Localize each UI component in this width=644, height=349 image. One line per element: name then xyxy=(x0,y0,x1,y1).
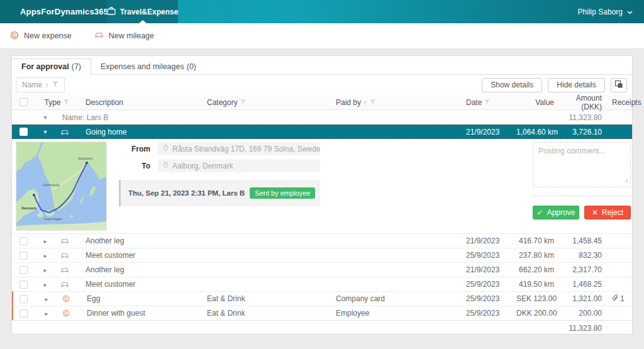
select-all-checkbox[interactable] xyxy=(19,98,28,106)
chevron-down-icon xyxy=(627,8,633,16)
group-row-lars-b[interactable]: ▾ Name: Lars B 11,323.80 xyxy=(12,110,632,125)
mileage-car-icon xyxy=(53,238,76,244)
row-checkbox[interactable] xyxy=(19,266,28,274)
caret-right-icon[interactable]: ▸ xyxy=(37,267,53,274)
column-amount-label: Amount (DKK) xyxy=(554,94,602,111)
column-date[interactable]: Date xyxy=(466,98,516,107)
svg-text:Gothenburg: Gothenburg xyxy=(43,183,60,187)
copy-icon xyxy=(614,80,623,91)
table-row-another-leg-1[interactable]: ▸ Another leg 21/9/2023 416.70 km 1,458.… xyxy=(12,233,632,248)
posting-comment-input[interactable] xyxy=(533,142,631,187)
row-checkbox[interactable] xyxy=(19,128,28,136)
detail-buttons: Show details Hide details xyxy=(482,78,627,92)
row-paid-by: Employee xyxy=(336,309,466,318)
column-receipts[interactable]: Receipts xyxy=(602,98,632,107)
row-value: 237.80 km xyxy=(516,251,554,260)
row-checkbox[interactable] xyxy=(19,237,28,245)
row-receipts[interactable]: 1 xyxy=(602,294,632,303)
table-row-another-leg-2[interactable]: ▸ Another leg 21/9/2023 662.20 km 2,317.… xyxy=(12,262,632,277)
row-checkbox[interactable] xyxy=(19,309,28,318)
row-checkbox[interactable] xyxy=(19,252,28,260)
new-expense-label: New expense xyxy=(24,31,72,40)
table-row-dinner-with-guest[interactable]: ▸ Dinner with guest Eat & Drink Employee… xyxy=(12,306,632,320)
tab-for-approval[interactable]: For approval (7) xyxy=(11,58,91,75)
from-input[interactable]: Råsta Strandväg 17D, 169 79 Solna, Swede… xyxy=(158,142,320,155)
row-amount: 1,321.00 xyxy=(554,294,602,303)
caret-right-icon[interactable]: ▸ xyxy=(37,281,53,288)
funnel-icon[interactable] xyxy=(484,98,490,107)
approval-actions: ✓ Approve ✕ Reject xyxy=(533,139,631,233)
row-value: 416.70 km xyxy=(516,236,554,245)
column-paid-by-label: Paid by xyxy=(336,98,361,107)
row-description: Another leg xyxy=(76,265,207,274)
expense-coin-icon xyxy=(10,31,19,42)
row-paid-by: Company card xyxy=(336,294,466,303)
column-paid-by[interactable]: Paid by ↑ xyxy=(336,98,466,107)
export-copy-button[interactable] xyxy=(611,78,627,92)
funnel-icon xyxy=(52,80,58,89)
tab-for-approval-label: For approval xyxy=(21,62,69,71)
hide-details-button[interactable]: Hide details xyxy=(548,78,605,92)
funnel-icon[interactable] xyxy=(370,98,375,107)
table-row-going-home-selected[interactable]: ▾ Going home 21/9/2023 1,064.60 km 3,726… xyxy=(12,125,632,139)
approve-button[interactable]: ✓ Approve xyxy=(533,206,579,219)
row-date: 25/9/2023 xyxy=(466,309,516,318)
name-sort-filter-chip[interactable]: Name ↑ xyxy=(16,77,65,92)
comment-meta: Thu, Sep 21, 2023 2:31 PM, Lars B xyxy=(128,189,245,197)
row-amount: 2,317.70 xyxy=(554,265,602,274)
approval-card: For approval (7) Expenses and mileages (… xyxy=(11,55,633,335)
row-description: Going home xyxy=(76,128,207,136)
divider xyxy=(533,196,631,196)
app-brand[interactable]: AppsForDynamics365 xyxy=(0,0,107,23)
caret-right-icon[interactable]: ▸ xyxy=(38,310,55,317)
funnel-icon[interactable] xyxy=(64,98,69,107)
row-checkbox[interactable] xyxy=(19,280,28,289)
row-value: SEK 123.00 xyxy=(516,294,554,303)
nav-tab-label: Travel&Expense xyxy=(120,8,179,16)
row-value: 1,064.60 km xyxy=(516,128,554,136)
row-category: Eat & Drink xyxy=(207,294,336,303)
column-category-label: Category xyxy=(207,98,238,107)
user-menu[interactable]: Philip Saborg xyxy=(567,0,644,23)
to-input[interactable]: Aalborg, Denmark xyxy=(158,159,320,172)
table-row-meet-customer-2[interactable]: ▸ Meet customer 25/9/2023 419.50 km 1,46… xyxy=(12,277,632,291)
app-root: AppsForDynamics365 Travel&Expense Philip… xyxy=(0,0,644,335)
tab-expenses-mileages[interactable]: Expenses and mileages (0) xyxy=(91,58,206,75)
from-label: From xyxy=(119,145,150,153)
mileage-car-icon xyxy=(53,129,76,135)
new-expense-button[interactable]: New expense xyxy=(10,31,72,42)
mileage-car-icon xyxy=(53,252,76,258)
to-value: Aalborg, Denmark xyxy=(172,162,233,170)
column-amount[interactable]: Amount (DKK) xyxy=(554,94,602,111)
table-row-egg[interactable]: ▸ Egg Eat & Drink Company card 25/9/2023… xyxy=(12,291,632,306)
route-map[interactable]: Stockholm Gothenburg Copenhagen Denmark xyxy=(16,142,106,230)
row-amount: 832.30 xyxy=(554,251,602,260)
caret-down-icon[interactable]: ▾ xyxy=(37,128,53,135)
caret-right-icon[interactable]: ▸ xyxy=(38,296,55,302)
table-row-meet-customer-1[interactable]: ▸ Meet customer 25/9/2023 237.80 km 832.… xyxy=(12,248,632,262)
row-value: DKK 200.00 xyxy=(516,309,554,318)
reject-button[interactable]: ✕ Reject xyxy=(584,206,631,219)
column-type[interactable]: Type xyxy=(37,98,76,107)
caret-right-icon[interactable]: ▸ xyxy=(37,238,53,245)
row-description: Dinner with guest xyxy=(77,309,207,318)
column-receipts-label: Receipts xyxy=(612,98,641,107)
nav-tab-travel-expense[interactable]: Travel&Expense xyxy=(107,0,178,23)
column-category[interactable]: Category xyxy=(207,98,336,107)
row-amount: 1,468.25 xyxy=(554,280,602,289)
column-value[interactable]: Value xyxy=(516,98,554,107)
row-value: 662.20 km xyxy=(516,265,554,274)
new-mileage-button[interactable]: New mileage xyxy=(94,31,154,40)
row-checkbox[interactable] xyxy=(19,295,28,303)
tab-strip: For approval (7) Expenses and mileages (… xyxy=(12,56,632,75)
caret-down-icon[interactable]: ▾ xyxy=(37,114,53,121)
mileage-car-icon xyxy=(53,281,76,287)
top-header: AppsForDynamics365 Travel&Expense Philip… xyxy=(0,0,644,23)
row-amount: 1,458.45 xyxy=(554,236,602,245)
caret-right-icon[interactable]: ▸ xyxy=(37,252,53,259)
funnel-icon[interactable] xyxy=(240,98,246,107)
row-description: Another leg xyxy=(76,236,207,245)
svg-text:Copenhagen: Copenhagen xyxy=(44,217,62,221)
column-description[interactable]: Description xyxy=(76,98,207,107)
show-details-button[interactable]: Show details xyxy=(482,78,542,92)
